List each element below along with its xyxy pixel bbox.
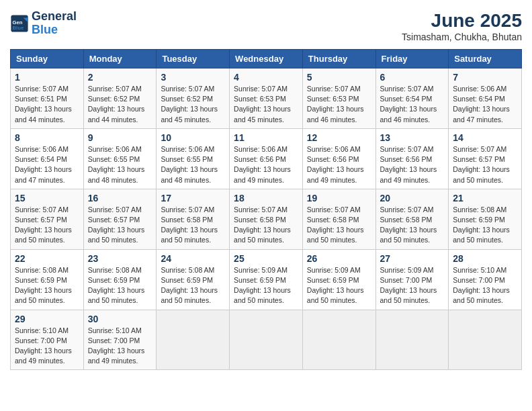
- day-number: 14: [453, 132, 517, 143]
- day-number: 7: [453, 72, 517, 83]
- day-info: Sunrise: 5:07 AM Sunset: 6:54 PM Dayligh…: [380, 84, 445, 125]
- day-info: Sunrise: 5:07 AM Sunset: 6:52 PM Dayligh…: [161, 84, 225, 125]
- logo: Gen Blue General Blue: [10, 10, 77, 37]
- calendar-cell: 28Sunrise: 5:10 AM Sunset: 7:00 PM Dayli…: [449, 249, 522, 310]
- svg-text:Blue: Blue: [13, 25, 24, 31]
- location-subtitle: Tsimasham, Chukha, Bhutan: [402, 32, 522, 42]
- day-number: 4: [234, 72, 298, 83]
- day-info: Sunrise: 5:06 AM Sunset: 6:56 PM Dayligh…: [307, 144, 371, 185]
- calendar-cell: 23Sunrise: 5:08 AM Sunset: 6:59 PM Dayli…: [83, 249, 157, 310]
- calendar-week-row: 29Sunrise: 5:10 AM Sunset: 7:00 PM Dayli…: [11, 310, 522, 370]
- day-number: 26: [307, 253, 371, 264]
- calendar-cell: 8Sunrise: 5:06 AM Sunset: 6:54 PM Daylig…: [11, 128, 84, 189]
- day-info: Sunrise: 5:07 AM Sunset: 6:53 PM Dayligh…: [307, 84, 371, 125]
- day-number: 15: [15, 193, 79, 203]
- calendar-cell: 2Sunrise: 5:07 AM Sunset: 6:52 PM Daylig…: [83, 68, 157, 129]
- calendar-week-row: 22Sunrise: 5:08 AM Sunset: 6:59 PM Dayli…: [11, 249, 522, 310]
- calendar-cell: 9Sunrise: 5:06 AM Sunset: 6:55 PM Daylig…: [83, 128, 157, 189]
- day-info: Sunrise: 5:08 AM Sunset: 6:59 PM Dayligh…: [15, 265, 79, 306]
- calendar-week-row: 8Sunrise: 5:06 AM Sunset: 6:54 PM Daylig…: [11, 128, 522, 189]
- day-number: 5: [307, 72, 371, 83]
- day-number: 1: [15, 72, 79, 83]
- day-number: 30: [88, 314, 152, 324]
- calendar-cell: 14Sunrise: 5:07 AM Sunset: 6:57 PM Dayli…: [449, 128, 522, 189]
- weekday-header-thursday: Thursday: [302, 50, 375, 68]
- calendar-cell: 19Sunrise: 5:07 AM Sunset: 6:58 PM Dayli…: [302, 189, 375, 249]
- logo-text-blue: Blue: [32, 24, 77, 37]
- calendar-cell: 29Sunrise: 5:10 AM Sunset: 7:00 PM Dayli…: [11, 310, 84, 370]
- weekday-header-sunday: Sunday: [11, 50, 84, 68]
- calendar-cell: 1Sunrise: 5:07 AM Sunset: 6:51 PM Daylig…: [11, 68, 84, 129]
- calendar-cell: 12Sunrise: 5:06 AM Sunset: 6:56 PM Dayli…: [302, 128, 375, 189]
- day-info: Sunrise: 5:07 AM Sunset: 6:58 PM Dayligh…: [380, 205, 445, 246]
- day-number: 9: [88, 132, 152, 143]
- calendar-cell: 13Sunrise: 5:07 AM Sunset: 6:56 PM Dayli…: [375, 128, 449, 189]
- day-info: Sunrise: 5:07 AM Sunset: 6:58 PM Dayligh…: [234, 205, 298, 246]
- day-info: Sunrise: 5:07 AM Sunset: 6:58 PM Dayligh…: [161, 205, 225, 246]
- calendar-week-row: 15Sunrise: 5:07 AM Sunset: 6:57 PM Dayli…: [11, 189, 522, 249]
- calendar-cell: 20Sunrise: 5:07 AM Sunset: 6:58 PM Dayli…: [375, 189, 449, 249]
- day-info: Sunrise: 5:07 AM Sunset: 6:57 PM Dayligh…: [15, 205, 79, 246]
- day-number: 12: [307, 132, 371, 143]
- day-info: Sunrise: 5:10 AM Sunset: 7:00 PM Dayligh…: [15, 326, 79, 367]
- logo-icon: Gen Blue: [10, 14, 29, 33]
- weekday-header-tuesday: Tuesday: [157, 50, 230, 68]
- calendar-week-row: 1Sunrise: 5:07 AM Sunset: 6:51 PM Daylig…: [11, 68, 522, 129]
- day-info: Sunrise: 5:07 AM Sunset: 6:51 PM Dayligh…: [15, 84, 79, 125]
- day-number: 21: [453, 193, 517, 203]
- day-number: 25: [234, 253, 298, 264]
- calendar-cell: 27Sunrise: 5:09 AM Sunset: 7:00 PM Dayli…: [375, 249, 449, 310]
- day-number: 18: [234, 193, 298, 203]
- calendar-cell: 7Sunrise: 5:06 AM Sunset: 6:54 PM Daylig…: [449, 68, 522, 129]
- calendar-cell: 10Sunrise: 5:06 AM Sunset: 6:55 PM Dayli…: [157, 128, 230, 189]
- day-info: Sunrise: 5:09 AM Sunset: 6:59 PM Dayligh…: [307, 265, 371, 306]
- day-info: Sunrise: 5:07 AM Sunset: 6:58 PM Dayligh…: [307, 205, 371, 246]
- calendar-cell: 30Sunrise: 5:10 AM Sunset: 7:00 PM Dayli…: [83, 310, 157, 370]
- day-number: 22: [15, 253, 79, 264]
- calendar-body: 1Sunrise: 5:07 AM Sunset: 6:51 PM Daylig…: [11, 68, 522, 370]
- calendar-header: SundayMondayTuesdayWednesdayThursdayFrid…: [11, 50, 522, 68]
- calendar-cell: [302, 310, 375, 370]
- weekday-header-wednesday: Wednesday: [230, 50, 303, 68]
- day-info: Sunrise: 5:07 AM Sunset: 6:52 PM Dayligh…: [88, 84, 152, 125]
- day-info: Sunrise: 5:09 AM Sunset: 7:00 PM Dayligh…: [380, 265, 445, 306]
- day-number: 27: [380, 253, 445, 264]
- page-header: Gen Blue General Blue June 2025 Tsimasha…: [10, 10, 522, 42]
- calendar-cell: 16Sunrise: 5:07 AM Sunset: 6:57 PM Dayli…: [83, 189, 157, 249]
- day-number: 11: [234, 132, 298, 143]
- calendar-cell: 3Sunrise: 5:07 AM Sunset: 6:52 PM Daylig…: [157, 68, 230, 129]
- calendar-cell: 5Sunrise: 5:07 AM Sunset: 6:53 PM Daylig…: [302, 68, 375, 129]
- calendar-cell: 6Sunrise: 5:07 AM Sunset: 6:54 PM Daylig…: [375, 68, 449, 129]
- calendar-cell: 15Sunrise: 5:07 AM Sunset: 6:57 PM Dayli…: [11, 189, 84, 249]
- day-info: Sunrise: 5:07 AM Sunset: 6:57 PM Dayligh…: [88, 205, 152, 246]
- month-year-title: June 2025: [402, 10, 522, 32]
- calendar-cell: 22Sunrise: 5:08 AM Sunset: 6:59 PM Dayli…: [11, 249, 84, 310]
- day-number: 2: [88, 72, 152, 83]
- day-number: 29: [15, 314, 79, 324]
- title-section: June 2025 Tsimasham, Chukha, Bhutan: [402, 10, 522, 42]
- day-number: 20: [380, 193, 445, 203]
- calendar-cell: [230, 310, 303, 370]
- day-number: 13: [380, 132, 445, 143]
- day-info: Sunrise: 5:08 AM Sunset: 6:59 PM Dayligh…: [453, 205, 517, 246]
- day-info: Sunrise: 5:07 AM Sunset: 6:56 PM Dayligh…: [380, 144, 445, 185]
- calendar-cell: 4Sunrise: 5:07 AM Sunset: 6:53 PM Daylig…: [230, 68, 303, 129]
- day-number: 23: [88, 253, 152, 264]
- calendar-cell: [157, 310, 230, 370]
- calendar-table: SundayMondayTuesdayWednesdayThursdayFrid…: [10, 49, 522, 370]
- day-info: Sunrise: 5:06 AM Sunset: 6:55 PM Dayligh…: [161, 144, 225, 185]
- day-number: 28: [453, 253, 517, 264]
- weekday-header-monday: Monday: [83, 50, 157, 68]
- weekday-header-saturday: Saturday: [449, 50, 522, 68]
- calendar-cell: 21Sunrise: 5:08 AM Sunset: 6:59 PM Dayli…: [449, 189, 522, 249]
- calendar-cell: [375, 310, 449, 370]
- calendar-cell: 11Sunrise: 5:06 AM Sunset: 6:56 PM Dayli…: [230, 128, 303, 189]
- day-info: Sunrise: 5:07 AM Sunset: 6:57 PM Dayligh…: [453, 144, 517, 185]
- day-number: 24: [161, 253, 225, 264]
- weekday-header-friday: Friday: [375, 50, 449, 68]
- day-info: Sunrise: 5:10 AM Sunset: 7:00 PM Dayligh…: [88, 326, 152, 367]
- day-info: Sunrise: 5:06 AM Sunset: 6:55 PM Dayligh…: [88, 144, 152, 185]
- day-number: 16: [88, 193, 152, 203]
- day-info: Sunrise: 5:10 AM Sunset: 7:00 PM Dayligh…: [453, 265, 517, 306]
- calendar-cell: 18Sunrise: 5:07 AM Sunset: 6:58 PM Dayli…: [230, 189, 303, 249]
